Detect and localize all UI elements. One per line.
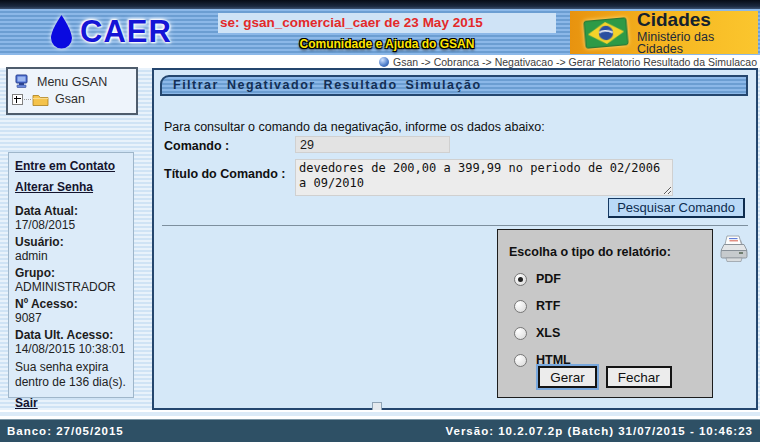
contact-link[interactable]: Entre em Contato [15,159,115,173]
ministry-title: Cidades [637,10,758,29]
password-expiry-notice: Sua senha expira dentro de 136 dia(s). [15,360,131,390]
change-password-link[interactable]: Alterar Senha [15,180,93,194]
radio-html[interactable] [514,354,527,367]
top-dark-bar [0,0,760,9]
page-title: Filtrar Negativador Resultado Simulação [160,75,748,96]
section-divider [162,225,748,226]
comando-input[interactable] [295,136,450,153]
form-instruction: Para consultar o comando da negativação,… [164,120,545,134]
footer-banco-date: Banco: 27/05/2015 [7,425,124,437]
info-value: 17/08/2015 [15,218,131,232]
report-type-title: Escolha o tipo do relatório: [509,245,712,259]
printer-icon[interactable] [717,234,750,264]
water-drop-icon [48,14,75,50]
app-header: CAER se: gsan_comercial_caer de 23 May 2… [0,9,760,56]
radio-rtf[interactable] [514,300,527,313]
tree-connector [24,99,31,100]
menu-gsan-header[interactable]: Menu GSAN [15,74,136,89]
titulo-comando-textarea[interactable]: devedores de 200,00 a 399,99 no periodo … [295,159,673,196]
comando-label: Comando : [164,139,229,153]
radio-xls-label: XLS [536,326,560,340]
radio-rtf-label: RTF [536,299,560,313]
tree-item-gsan[interactable]: Gsan [55,92,85,106]
sidebar-info-box: Entre em Contato Alterar Senha Data Atua… [8,152,134,398]
menu-gsan-label: Menu GSAN [37,75,107,89]
workstation-icon [15,74,30,89]
report-option-xls[interactable]: XLS [514,326,712,340]
breadcrumb: Gsan -> Cobranca -> Negativacao -> Gerar… [393,56,757,68]
gsan-application-window: CAER se: gsan_comercial_caer de 23 May 2… [0,0,760,442]
caer-logo: CAER [48,14,172,50]
radio-html-label: HTML [536,353,571,367]
ministry-subtitle: Ministério das Cidades [637,31,758,56]
report-option-html[interactable]: HTML [514,353,712,367]
report-option-pdf[interactable]: PDF [514,272,712,286]
help-ball-icon[interactable] [379,57,389,67]
ministry-text: Cidades Ministério das Cidades [637,10,758,56]
database-info-banner: se: gsan_comercial_caer de 23 May 2015 [218,13,556,33]
ministry-logo: Cidades Ministério das Cidades [570,11,758,54]
pesquisar-comando-button[interactable]: Pesquisar Comando [608,198,745,218]
info-label: Data Atual: [15,204,131,218]
info-label: Grupo: [15,266,131,280]
gsan-tree-node: Gsan [12,92,136,106]
prefooter-strip [0,410,760,419]
info-label: Usuário: [15,235,131,249]
gerar-button[interactable]: Gerar [538,366,597,388]
radio-pdf-label: PDF [536,272,561,286]
info-value: 14/08/2015 10:38:01 [15,342,131,356]
logout-link[interactable]: Sair [15,396,38,410]
info-label: Data Ult. Acesso: [15,328,131,342]
info-value: 9087 [15,311,131,325]
status-footer: Banco: 27/05/2015 Versão: 10.2.07.2p (Ba… [0,419,760,442]
report-type-box: Escolha o tipo do relatório: PDF RTF XLS… [497,229,713,398]
fechar-button[interactable]: Fechar [606,366,672,388]
titulo-comando-label: Título do Comando : [164,167,286,181]
main-content-panel: Filtrar Negativador Resultado Simulação … [152,68,758,410]
folder-icon [32,93,49,106]
community-help-link[interactable]: Comunidade e Ajuda do GSAN [218,37,556,51]
report-option-rtf[interactable]: RTF [514,299,712,313]
radio-pdf[interactable] [514,273,527,286]
brazil-flag-icon [583,16,629,50]
caer-logo-text: CAER [80,14,172,50]
sidebar-menu-box: Menu GSAN Gsan [6,67,138,115]
plus-box-icon[interactable] [12,94,23,105]
report-buttons-row: Gerar Fechar [498,366,712,388]
info-label: Nº Acesso: [15,297,131,311]
radio-xls[interactable] [514,327,527,340]
footer-version: Versão: 10.2.07.2p (Batch) 31/07/2015 - … [445,425,753,437]
info-value: ADMINISTRADOR [15,280,131,294]
info-value: admin [15,249,131,263]
